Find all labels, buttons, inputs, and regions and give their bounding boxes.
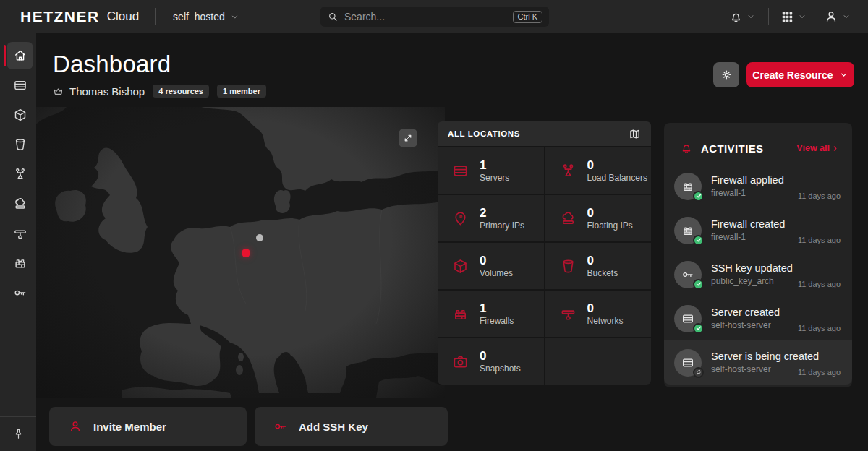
sidebar-item-volumes[interactable] bbox=[0, 101, 36, 129]
expand-icon bbox=[403, 133, 413, 143]
stat-value: 1 bbox=[480, 301, 514, 316]
stat-label: Networks bbox=[587, 316, 624, 326]
invite-member-label: Invite Member bbox=[93, 421, 166, 433]
activity-subtitle: firewall-1 bbox=[711, 188, 784, 198]
activity-title: Server is being created bbox=[711, 351, 798, 362]
bell-icon bbox=[680, 142, 693, 155]
activity-row[interactable]: Server created self-host-server 11 days … bbox=[664, 296, 852, 340]
stat-label: Floating IPs bbox=[587, 220, 633, 231]
stat-cell-snapshots[interactable]: 0Snapshots bbox=[438, 338, 544, 385]
stat-cell-networks[interactable]: 0Networks bbox=[545, 291, 652, 337]
activity-avatar bbox=[674, 261, 702, 288]
resources-badge: 4 resources bbox=[153, 85, 209, 98]
cube-icon bbox=[452, 258, 469, 275]
floating-ip-icon bbox=[13, 197, 27, 211]
network-icon bbox=[560, 306, 576, 322]
sidebar-item-floating-ips[interactable] bbox=[0, 190, 36, 218]
sidebar-pin-toggle[interactable] bbox=[0, 416, 36, 451]
notifications-menu[interactable] bbox=[729, 10, 755, 24]
stat-label: Firewalls bbox=[480, 316, 514, 326]
stat-cell-firewalls[interactable]: 1Firewalls bbox=[438, 291, 544, 337]
sidebar-item-ssh-keys[interactable] bbox=[0, 279, 36, 306]
sidebar-item-networks[interactable] bbox=[0, 220, 36, 247]
stat-value: 0 bbox=[480, 349, 521, 364]
search-shortcut-badge: Ctrl K bbox=[513, 11, 543, 23]
activity-row[interactable]: SSH key updated public_key_arch 11 days … bbox=[664, 252, 852, 296]
check-icon bbox=[696, 193, 702, 199]
servers-icon bbox=[452, 163, 469, 179]
activity-avatar bbox=[674, 173, 702, 200]
firewall-icon bbox=[452, 306, 469, 322]
apps-menu[interactable] bbox=[780, 10, 807, 24]
user-icon bbox=[68, 419, 82, 434]
search-input[interactable] bbox=[344, 11, 507, 22]
project-switcher[interactable]: self_hosted bbox=[173, 11, 239, 22]
owner-name: Thomas Bishop bbox=[69, 85, 145, 98]
key-icon bbox=[13, 285, 27, 300]
floating-ip-icon bbox=[560, 210, 576, 227]
divider bbox=[155, 8, 156, 25]
dashboard-settings-button[interactable] bbox=[713, 62, 739, 87]
gear-icon bbox=[720, 69, 733, 81]
create-resource-button[interactable]: Create Resource bbox=[746, 62, 854, 87]
stat-value: 0 bbox=[587, 301, 624, 316]
stat-label: Primary IPs bbox=[480, 220, 524, 231]
invite-member-button[interactable]: Invite Member bbox=[49, 407, 247, 446]
firewall-icon bbox=[13, 256, 27, 270]
stat-cell-primary-ips[interactable]: IP 2Primary IPs bbox=[438, 195, 544, 241]
activity-row[interactable]: Server is being created self-host-server… bbox=[664, 340, 852, 385]
members-badge: 1 member bbox=[217, 85, 266, 98]
chevron-down-icon bbox=[842, 12, 851, 21]
map-expand-button[interactable] bbox=[399, 129, 417, 147]
stat-value: 0 bbox=[587, 206, 633, 220]
stat-label: Load Balancers bbox=[587, 173, 647, 183]
activity-time: 11 days ago bbox=[798, 324, 841, 332]
map-marker-red[interactable] bbox=[242, 249, 250, 257]
stat-value: 2 bbox=[480, 206, 524, 220]
key-icon bbox=[681, 268, 694, 281]
project-name: self_hosted bbox=[173, 11, 225, 22]
sidebar-item-buckets[interactable] bbox=[0, 131, 36, 158]
hetzner-logo[interactable]: HETZNER bbox=[20, 8, 100, 25]
locations-title: ALL LOCATIONS bbox=[448, 129, 520, 138]
activity-row[interactable]: Firewall applied firewall-1 11 days ago bbox=[664, 164, 852, 208]
map-icon[interactable] bbox=[629, 128, 641, 140]
activity-title: Firewall applied bbox=[711, 174, 784, 186]
locations-panel-header: ALL LOCATIONS bbox=[438, 121, 651, 146]
chevron-down-icon bbox=[839, 70, 848, 80]
stat-cell-floating-ips[interactable]: 0Floating IPs bbox=[545, 195, 652, 241]
stat-cell-servers[interactable]: 1Servers bbox=[438, 147, 544, 194]
account-menu[interactable] bbox=[824, 9, 851, 24]
activity-avatar bbox=[674, 349, 702, 377]
check-icon bbox=[696, 237, 702, 243]
add-ssh-key-button[interactable]: Add SSH Key bbox=[255, 407, 448, 446]
success-badge bbox=[693, 191, 704, 202]
bucket-icon bbox=[13, 137, 27, 152]
sidebar-item-firewalls[interactable] bbox=[0, 249, 36, 277]
primary-ip-icon: IP bbox=[452, 210, 469, 227]
stat-cell-buckets[interactable]: 0Buckets bbox=[545, 243, 652, 289]
sidebar-item-servers[interactable] bbox=[0, 72, 36, 99]
success-badge bbox=[693, 323, 704, 334]
stat-cell-load-balancers[interactable]: 0Load Balancers bbox=[545, 147, 652, 194]
servers-icon bbox=[681, 312, 694, 325]
global-search[interactable]: Ctrl K bbox=[320, 7, 549, 27]
camera-icon bbox=[452, 353, 469, 370]
sidebar-item-load-balancers[interactable] bbox=[0, 160, 36, 188]
stat-cell-volumes[interactable]: 0Volumes bbox=[438, 243, 544, 289]
activity-title: Server created bbox=[711, 306, 780, 318]
locations-map[interactable] bbox=[36, 107, 445, 398]
cube-icon bbox=[13, 108, 27, 122]
map-marker-grey[interactable] bbox=[256, 234, 263, 241]
activity-title: SSH key updated bbox=[711, 262, 793, 274]
sidebar-item-dashboard[interactable] bbox=[0, 42, 36, 69]
activities-list: Firewall applied firewall-1 11 days ago … bbox=[664, 164, 852, 385]
activity-row[interactable]: Firewall created firewall-1 11 days ago bbox=[664, 208, 852, 252]
chevron-right-icon bbox=[831, 145, 839, 153]
activity-subtitle: self-host-server bbox=[711, 364, 798, 374]
activities-title: ACTIVITIES bbox=[701, 142, 764, 155]
activity-title: Firewall created bbox=[711, 218, 785, 230]
view-all-link[interactable]: View all bbox=[796, 143, 839, 153]
chevron-down-icon bbox=[798, 12, 807, 21]
project-meta: Thomas Bishop 4 resources 1 member bbox=[53, 85, 266, 98]
